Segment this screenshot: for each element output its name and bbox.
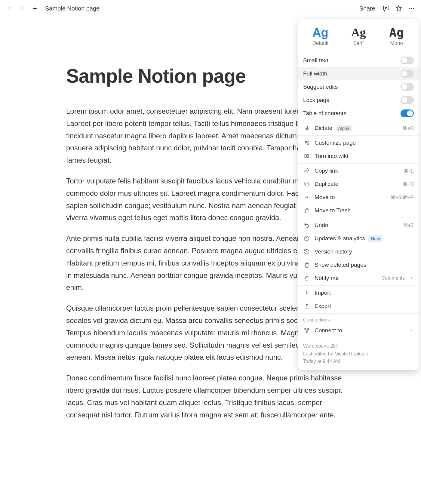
divider — [298, 338, 419, 338]
connections-header: Connections — [298, 314, 419, 324]
microphone-icon — [303, 124, 310, 132]
last-edited: Last edited by Nicole Replogle — [303, 350, 414, 358]
svg-point-1 — [409, 8, 410, 9]
font-label: Serif — [340, 40, 378, 46]
svg-point-2 — [411, 8, 412, 9]
edit-time: Today at 9:44 AM — [303, 358, 414, 365]
toggle-label: Full width — [303, 70, 396, 77]
svg-rect-8 — [306, 183, 309, 186]
font-option-mono[interactable]: Ag Mono — [377, 25, 416, 48]
svg-rect-0 — [383, 6, 389, 10]
comments-button[interactable] — [381, 4, 391, 13]
menu-copy-link[interactable]: Copy link ⌘+L — [298, 164, 419, 177]
toggle-suggest-edits[interactable]: Suggest edits — [298, 80, 419, 94]
menu-label: Import — [315, 290, 414, 296]
menu-label: Turn into wiki — [315, 153, 414, 159]
undo-icon — [303, 222, 310, 229]
toggle-full-width[interactable]: Full width — [298, 67, 419, 80]
link-icon — [303, 167, 310, 174]
comment-icon — [383, 5, 390, 12]
menu-import[interactable]: Import — [298, 286, 419, 300]
shortcut: ⌘+Shift+P — [391, 195, 414, 200]
dots-icon — [408, 5, 415, 12]
toggle-label: Table of contents — [303, 110, 396, 117]
menu-turn-into-wiki[interactable]: Turn into wiki — [298, 149, 419, 163]
import-icon — [303, 289, 310, 297]
shortcut: ⌘+O — [402, 125, 414, 131]
font-label: Mono — [377, 40, 416, 46]
shortcut: ⌘+D — [403, 181, 414, 187]
history-icon — [303, 248, 310, 255]
menu-dictate[interactable]: Dictate Alpha ⌘+O — [298, 121, 419, 135]
toggle-switch[interactable] — [401, 70, 414, 78]
new-badge: New — [368, 235, 382, 242]
paragraph[interactable]: Donec condimentum fusce facilisi nunc la… — [66, 372, 355, 421]
chevron-right-icon — [409, 276, 414, 281]
menu-label: Customize page — [315, 140, 414, 146]
trash-icon — [303, 261, 310, 269]
menu-notify-me[interactable]: Notify me Comments — [298, 272, 419, 285]
menu-label: Dictate Alpha — [315, 125, 398, 131]
toggle-label: Lock page — [303, 97, 396, 103]
duplicate-icon — [303, 180, 310, 188]
more-button[interactable] — [407, 4, 416, 13]
toggle-lock-page[interactable]: Lock page — [298, 94, 419, 107]
plus-icon — [32, 5, 38, 11]
toggle-label: Suggest edits — [303, 84, 396, 90]
shortcut: ⌘+Z — [403, 223, 414, 228]
wiki-icon — [303, 152, 310, 160]
menu-label: Connect to — [315, 327, 405, 334]
font-option-default[interactable]: Ag Default — [301, 25, 340, 48]
share-button[interactable]: Share — [356, 4, 378, 13]
breadcrumb[interactable]: Sample Notion page — [43, 4, 102, 13]
menu-duplicate[interactable]: Duplicate ⌘+D — [298, 177, 419, 191]
new-tab-button[interactable] — [30, 4, 40, 13]
menu-label: Duplicate — [315, 181, 398, 187]
toggle-small-text[interactable]: Small text — [298, 54, 419, 67]
export-icon — [303, 303, 310, 310]
menu-show-deleted[interactable]: Show deleted pages — [298, 258, 419, 272]
svg-point-7 — [308, 144, 309, 145]
font-sample: Ag — [340, 26, 378, 38]
menu-connect-to[interactable]: Connect to — [298, 324, 419, 337]
notify-value: Comments — [382, 275, 405, 281]
menu-label: Export — [315, 303, 414, 309]
favorite-button[interactable] — [394, 4, 404, 13]
menu-updates-analytics[interactable]: Updates & analytics New — [298, 232, 419, 245]
toggle-switch[interactable] — [401, 83, 414, 91]
toggle-switch[interactable] — [401, 109, 414, 117]
divider — [298, 313, 419, 314]
divider — [298, 163, 419, 164]
toggle-label: Small text — [303, 57, 396, 64]
font-option-serif[interactable]: Ag Serif — [340, 25, 378, 48]
toggle-toc[interactable]: Table of contents — [298, 107, 419, 120]
menu-label: Notify me — [315, 275, 377, 281]
svg-rect-4 — [306, 126, 308, 129]
back-button[interactable] — [5, 4, 14, 13]
menu-version-history[interactable]: Version history — [298, 245, 419, 258]
page-options-menu: Ag Default Ag Serif Ag Mono Small text F… — [298, 19, 419, 370]
connect-icon — [303, 327, 310, 334]
svg-point-5 — [307, 141, 308, 142]
menu-label: Version history — [315, 248, 414, 255]
menu-undo[interactable]: Undo ⌘+Z — [298, 219, 419, 232]
forward-button[interactable] — [17, 4, 27, 13]
font-label: Default — [301, 40, 340, 46]
bell-icon — [303, 275, 310, 282]
divider — [298, 53, 419, 53]
move-icon — [303, 194, 310, 201]
menu-move-to-trash[interactable]: Move to Trash — [298, 204, 419, 217]
menu-customize-page[interactable]: Customize page — [298, 136, 419, 149]
menu-move-to[interactable]: Move to ⌘+Shift+P — [298, 191, 419, 204]
chevron-right-icon — [409, 328, 414, 333]
toggle-switch[interactable] — [401, 57, 414, 64]
toggle-switch[interactable] — [401, 96, 414, 104]
font-sample: Ag — [377, 26, 416, 38]
font-chooser: Ag Default Ag Serif Ag Mono — [298, 19, 419, 52]
menu-export[interactable]: Export — [298, 300, 419, 313]
sliders-icon — [303, 139, 310, 146]
topbar: Sample Notion page Share — [0, 0, 421, 17]
shortcut: ⌘+L — [404, 168, 414, 174]
svg-point-12 — [306, 331, 307, 333]
menu-label: Move to — [315, 194, 386, 201]
